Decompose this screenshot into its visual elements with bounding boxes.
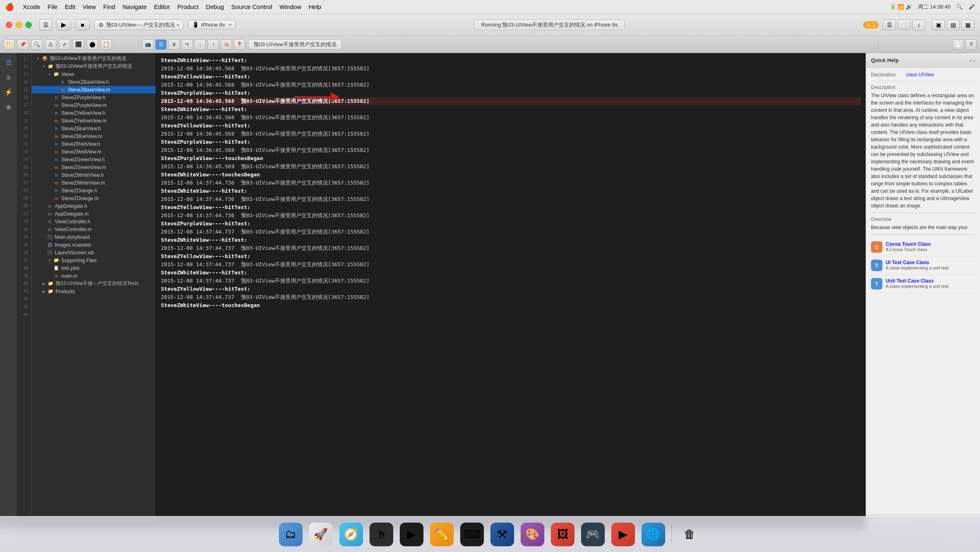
debug-simulate[interactable]: 📍 <box>234 39 245 50</box>
tree-item-main-group[interactable]: ▾ 📁 预03-UIView不接受用户交互的情况 <box>32 62 156 70</box>
qh-prev-button[interactable]: ‹ <box>970 57 972 64</box>
qh-next-button[interactable]: › <box>973 57 975 64</box>
tree-item-appdelegate-h[interactable]: h AppDelegate.h <box>32 202 156 210</box>
menu-debug[interactable]: Debug <box>206 3 224 10</box>
fullscreen-button[interactable] <box>25 22 32 28</box>
tree-item-blueview-m[interactable]: m SteveZBlueView.m <box>32 132 156 140</box>
menu-navigate[interactable]: Navigate <box>122 3 147 10</box>
nav-scm-button[interactable]: 📌 <box>17 39 29 50</box>
dock-terminal[interactable]: ⌨ <box>458 521 486 548</box>
nav-folder-button[interactable]: 📁 <box>3 39 15 50</box>
unittest-class-name[interactable]: Unit Test Case Class <box>886 278 949 284</box>
dock-sketch2[interactable]: 🎨 <box>519 521 546 548</box>
menubar-siri[interactable]: 🎤 <box>969 4 975 10</box>
scheme-selector[interactable]: ⚙ 预03-UIView----户交互的情况 ▸ <box>94 20 184 30</box>
tree-item-products[interactable]: ▶ 📁 Products <box>32 287 156 295</box>
tree-item-launchscreen[interactable]: ⬛ LaunchScreen.xib <box>32 249 156 256</box>
dock-game[interactable]: 🎮 <box>579 521 607 548</box>
menubar-search[interactable]: 🔍 <box>956 4 963 10</box>
nav-report-button[interactable]: 📋 <box>100 39 112 50</box>
stop-button[interactable]: ■ <box>75 19 90 31</box>
tree-item-yellowview-h[interactable]: h SteveZYellowView.h <box>32 109 156 117</box>
left-icon-event[interactable]: ⚡ <box>2 86 15 98</box>
menu-editor[interactable]: Editor <box>154 3 170 10</box>
left-icon-nav[interactable]: ☰ <box>2 56 15 69</box>
debug-toggle[interactable]: ⬜ <box>898 20 911 30</box>
nav-issues-button[interactable]: ⚠ <box>45 39 56 50</box>
device-selector[interactable]: 📱 iPhone 6s ▾ <box>188 20 236 29</box>
menu-view[interactable]: View <box>83 3 96 10</box>
tree-item-tests[interactable]: ▶ 📁 预03-UIView不接---户交互的情况Tests <box>32 280 156 287</box>
tree-item-xcassets[interactable]: 🖼 Images.xcassets <box>32 241 156 249</box>
menu-source-control[interactable]: Source Control <box>231 3 272 10</box>
uitest-class-name[interactable]: UI Test Case Class <box>886 260 949 265</box>
debug-step-out[interactable]: ↑ <box>207 39 219 50</box>
tree-item-views[interactable]: ▾ 📁 Views <box>32 70 156 78</box>
menu-edit[interactable]: Edit <box>65 3 76 10</box>
assistant-toggle[interactable]: ↕ <box>912 20 925 30</box>
tree-item-blueview-h[interactable]: h SteveZBlueView.h <box>32 125 156 132</box>
tree-item-appdelegate-m[interactable]: m AppDelegate.m <box>32 210 156 218</box>
menu-help[interactable]: Help <box>309 3 321 10</box>
dock-video-player[interactable]: ▶ <box>609 521 637 548</box>
minimize-button[interactable] <box>16 22 22 28</box>
dock-quicktime[interactable]: ▶ <box>398 521 425 548</box>
tree-item-project-root[interactable]: ▾ 📦 预03-UIView不接受用户交互的情况 <box>32 55 156 62</box>
dock-safari[interactable]: 🧭 <box>337 521 365 548</box>
inspector-file[interactable]: 📄 <box>952 39 964 50</box>
menu-file[interactable]: File <box>48 3 58 10</box>
dock-sketch-icon[interactable]: ✏️ <box>428 521 456 548</box>
tree-item-main-m[interactable]: m main.m <box>32 272 156 280</box>
debug-view-button[interactable]: 📺 <box>142 39 154 50</box>
close-button[interactable] <box>6 22 12 28</box>
tree-item-viewcontroller-m[interactable]: m ViewController.m <box>32 225 156 233</box>
navigator-toggle[interactable]: ☰ <box>883 20 896 30</box>
tree-item-yellowview-m[interactable]: m SteveZYellowView.m <box>32 117 156 125</box>
nav-search-button[interactable]: 🔍 <box>31 39 42 50</box>
tree-item-main-storyboard[interactable]: ⬛ Main.storyboard <box>32 233 156 241</box>
tree-item-redview-h[interactable]: h SteveZRedView.h <box>32 140 156 148</box>
nav-tests-button[interactable]: ✓ <box>59 39 70 50</box>
dock-pixelmator[interactable]: 🖼 <box>549 521 577 548</box>
debug-memory[interactable]: 🧠 <box>220 39 232 50</box>
debug-pause-button[interactable]: ⏸ <box>168 39 180 50</box>
dock-mouse[interactable]: 🖱 <box>368 521 395 548</box>
run-button[interactable]: ▶ <box>56 19 71 31</box>
menu-window[interactable]: Window <box>279 3 301 10</box>
tree-item-purpleview-m[interactable]: m SteveZPurpleView.m <box>32 101 156 109</box>
inspector-quick-help[interactable]: ? <box>965 39 977 50</box>
tree-item-whiteview-h[interactable]: h SteveZWhiteView.h <box>32 171 156 179</box>
tree-item-purpleview-h[interactable]: h SteveZPurpleView.h <box>32 93 156 101</box>
console-output[interactable]: SteveZWhiteView----hitTest:2015-12-08 14… <box>156 53 866 529</box>
tree-item-info-plist[interactable]: 📋 Info.plist <box>32 264 156 272</box>
hide-bottom-panel[interactable]: ▤ <box>947 20 960 30</box>
tree-item-orange-m[interactable]: m SteveZOrange.m <box>32 194 156 202</box>
dock-launchpad[interactable]: 🚀 <box>307 521 335 548</box>
hide-right-panel[interactable]: ▦ <box>961 20 974 30</box>
nav-bp-button[interactable]: ⬤ <box>87 39 98 50</box>
tree-item-orange-h[interactable]: h SteveZOrange.h <box>32 187 156 194</box>
hide-left-panel[interactable]: ▣ <box>932 20 945 30</box>
tree-item-greenview-m[interactable]: m SteveZGreenView.m <box>32 163 156 171</box>
tree-item-viewcontroller-h[interactable]: h ViewController.h <box>32 218 156 225</box>
sidebar-toggle-button[interactable]: ☰ <box>39 19 52 31</box>
debug-step-in[interactable]: ↓ <box>194 39 206 50</box>
tree-item-greenview-h[interactable]: h SteveZGreenView.h <box>32 156 156 163</box>
dock-trash[interactable]: 🗑 <box>676 521 704 548</box>
warning-badge[interactable]: ⚠ 1 <box>863 21 879 29</box>
left-icon-obj[interactable]: ⊕ <box>2 71 15 83</box>
tree-item-baseview-m[interactable]: m SteveZBaseView.m <box>32 86 156 93</box>
menu-find[interactable]: Find <box>103 3 115 10</box>
debug-step-over[interactable]: ↷ <box>181 39 193 50</box>
menu-xcode[interactable]: Xcode <box>23 3 40 10</box>
tree-item-baseview-h[interactable]: h SteveZBaseView.h <box>32 78 156 86</box>
dock-browser[interactable]: 🌐 <box>639 521 667 548</box>
tree-item-whiteview-m[interactable]: m SteveZWhiteView.m <box>32 179 156 187</box>
cocoa-class-name[interactable]: Cocoa Touch Class <box>886 241 931 247</box>
nav-debug-button[interactable]: ⬛ <box>73 39 84 50</box>
debug-console-button[interactable]: ☰ <box>155 39 167 50</box>
menu-product[interactable]: Product <box>177 3 198 10</box>
dock-xcode[interactable]: ⚒ <box>488 521 516 548</box>
apple-menu[interactable]: 🍎 <box>5 2 14 11</box>
left-icon-bp[interactable]: ◉ <box>2 100 15 113</box>
